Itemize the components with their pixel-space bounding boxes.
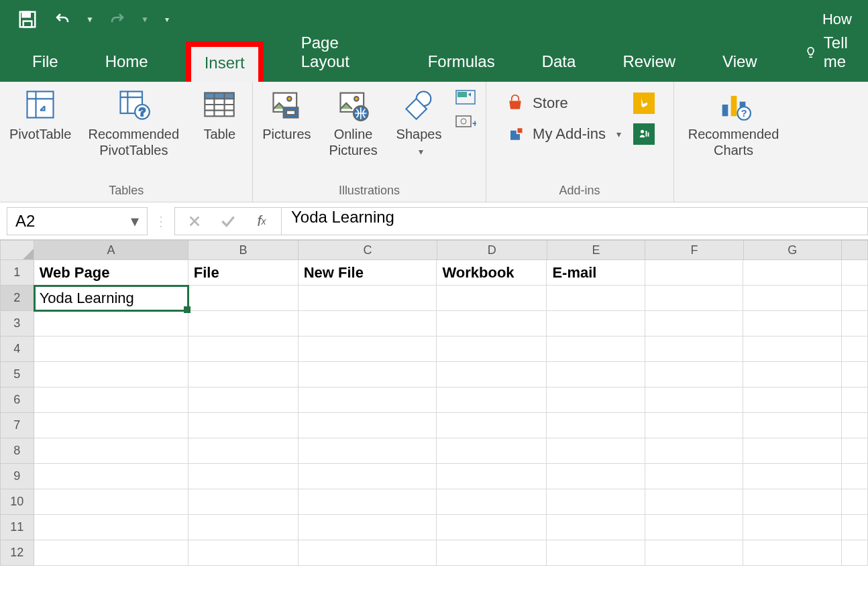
row-header-5[interactable]: 5 [0,362,34,387]
pivottable-button[interactable]: PivotTable [9,87,71,142]
cell-F12[interactable] [645,540,743,566]
fill-handle[interactable] [184,306,191,313]
cell-G2[interactable] [743,286,841,311]
tab-home[interactable]: Home [96,43,158,82]
cell-G4[interactable] [743,337,841,362]
row-header-11[interactable]: 11 [0,515,34,540]
cell-A5[interactable] [34,362,188,387]
cell-C3[interactable] [299,311,437,337]
cell-A6[interactable] [34,387,188,413]
store-button[interactable]: Store [504,93,621,114]
cell-B10[interactable] [188,489,299,515]
save-icon[interactable] [16,8,39,31]
cell-B5[interactable] [188,362,299,387]
cell-C11[interactable] [299,515,437,540]
cell-D7[interactable] [437,413,547,438]
row-header-10[interactable]: 10 [0,489,34,515]
cell-A9[interactable] [34,464,188,489]
col-header-E[interactable]: E [547,240,645,260]
cell-A7[interactable] [34,413,188,438]
cell-C10[interactable] [299,489,437,515]
col-header-A[interactable]: A [34,240,188,260]
cell-edge-4[interactable] [842,337,868,362]
col-header-G[interactable]: G [744,240,842,260]
cell-E6[interactable] [547,387,645,413]
cell-E4[interactable] [547,337,645,362]
cell-A4[interactable] [34,337,188,362]
tab-view[interactable]: View [713,43,767,82]
tab-review[interactable]: Review [613,43,685,82]
tab-tell-me[interactable]: Tell me [795,24,868,82]
row-header-8[interactable]: 8 [0,438,34,464]
cell-F11[interactable] [645,515,743,540]
col-header-F[interactable]: F [645,240,743,260]
cell-G9[interactable] [743,464,841,489]
row-header-2[interactable]: 2 [0,286,34,311]
cell-D10[interactable] [437,489,547,515]
cell-edge-10[interactable] [842,489,868,515]
online-pictures-button[interactable]: Online Pictures [323,87,384,158]
cell-G1[interactable] [743,260,841,286]
cell-F8[interactable] [645,438,743,464]
tab-formulas[interactable]: Formulas [419,43,504,82]
cell-edge-12[interactable] [842,540,868,566]
smartart-icon[interactable] [455,87,476,107]
row-header-7[interactable]: 7 [0,413,34,438]
cell-F4[interactable] [645,337,743,362]
tab-data[interactable]: Data [533,43,586,82]
cell-D5[interactable] [437,362,547,387]
cell-B4[interactable] [188,337,299,362]
screenshot-icon[interactable]: + [455,111,476,131]
table-button[interactable]: Table [196,87,243,142]
cell-F3[interactable] [645,311,743,337]
cell-E2[interactable] [547,286,645,311]
row-header-4[interactable]: 4 [0,337,34,362]
cell-C6[interactable] [299,387,437,413]
cell-C1[interactable]: New File [299,260,437,286]
undo-icon[interactable] [51,8,74,31]
cell-D6[interactable] [437,387,547,413]
qat-customize-icon[interactable]: ▾ [165,15,169,24]
tab-file[interactable]: File [23,43,68,82]
cell-A8[interactable] [34,438,188,464]
cell-B3[interactable] [188,311,299,337]
my-addins-dropdown-icon[interactable]: ▾ [616,129,621,139]
cell-D8[interactable] [437,438,547,464]
cell-A10[interactable] [34,489,188,515]
cell-A11[interactable] [34,515,188,540]
cell-B2[interactable] [188,286,299,311]
name-box-dropdown-icon[interactable]: ▾ [131,212,139,231]
cell-edge-2[interactable] [842,286,868,311]
people-graph-icon[interactable] [633,123,655,145]
cell-G5[interactable] [743,362,841,387]
cell-E11[interactable] [547,515,645,540]
row-header-3[interactable]: 3 [0,311,34,337]
cell-E10[interactable] [547,489,645,515]
cell-D2[interactable] [437,286,547,311]
recommended-charts-button[interactable]: ? Recommended Charts [684,87,784,158]
cell-C12[interactable] [299,540,437,566]
cell-E3[interactable] [547,311,645,337]
cell-E8[interactable] [547,438,645,464]
col-header-D[interactable]: D [437,240,547,260]
fx-icon[interactable]: fx [253,212,270,230]
cell-E7[interactable] [547,413,645,438]
cell-C9[interactable] [299,464,437,489]
cell-B8[interactable] [188,438,299,464]
formula-input[interactable]: Yoda Learning [282,207,868,235]
my-addins-button[interactable]: My Add-ins ▾ [504,123,621,145]
row-header-9[interactable]: 9 [0,464,34,489]
cell-B6[interactable] [188,387,299,413]
cell-edge-11[interactable] [842,515,868,540]
cell-D4[interactable] [437,337,547,362]
tab-page-layout[interactable]: Page Layout [292,24,390,82]
undo-dropdown-icon[interactable]: ▼ [86,15,94,24]
cell-G10[interactable] [743,489,841,515]
row-header-1[interactable]: 1 [0,260,34,286]
recommended-pivottables-button[interactable]: ? Recommended PivotTables [83,87,184,158]
cell-B7[interactable] [188,413,299,438]
bing-maps-icon[interactable] [633,93,655,114]
cell-edge-1[interactable] [842,260,868,286]
enter-icon[interactable] [219,212,237,230]
cell-B9[interactable] [188,464,299,489]
